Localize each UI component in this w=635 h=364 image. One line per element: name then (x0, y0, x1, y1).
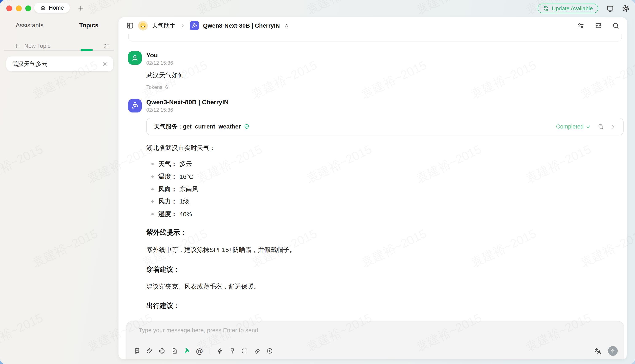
assistant-message-name: Qwen3-Next-80B | CherryIN (146, 98, 228, 106)
weather-value: 多云 (179, 160, 192, 168)
weather-item: 风向： 东南风 (151, 185, 198, 194)
chat-panel: 天气助手 Qwen3-Next-80B | CherryIN (119, 17, 627, 359)
sidebar: Assistants Topics New Topic 武汉天气多云 (0, 17, 119, 364)
history-clock-icon[interactable] (266, 348, 273, 354)
quick-phrases-lightning-icon[interactable] (216, 348, 223, 354)
input-toolbar: @ (134, 346, 618, 356)
sidebar-tabs: Assistants Topics (0, 17, 119, 34)
web-search-globe-icon[interactable] (159, 348, 165, 354)
message-input-placeholder: Type your message here, press Enter to s… (139, 327, 258, 334)
shield-verified-icon (244, 124, 250, 130)
weather-label: 温度： (158, 172, 177, 181)
update-available-label: Update Available (552, 5, 593, 12)
weather-value: 40% (179, 211, 192, 218)
copy-icon[interactable] (597, 124, 604, 130)
breadcrumb-assistant-name[interactable]: 天气助手 (152, 22, 175, 30)
titlebar: Home Update Available (0, 0, 635, 17)
tool-call-title: 天气服务 : get_current_weather (154, 122, 241, 130)
weather-item: 湿度： 40% (151, 210, 192, 218)
section-body: 紫外线中等，建议涂抹SPF15+防晒霜，并佩戴帽子。 (146, 246, 296, 254)
bullet-icon (151, 200, 154, 203)
new-topic-button[interactable]: New Topic (14, 41, 110, 50)
model-select-chevrons-icon[interactable] (284, 23, 289, 28)
weather-item: 风力： 1级 (151, 197, 189, 206)
chat-header-actions (577, 22, 619, 30)
topic-close-icon[interactable] (102, 61, 108, 67)
chat-header: 天气助手 Qwen3-Next-80B | CherryIN (119, 17, 627, 34)
settings-gear-icon[interactable] (622, 5, 629, 12)
section-heading: 出行建议： (146, 301, 180, 310)
weather-item: 天气： 多云 (151, 160, 192, 168)
bullet-icon (151, 188, 154, 190)
home-icon (40, 5, 46, 11)
toolbar-divider (210, 348, 210, 354)
message-input-box[interactable]: Type your message here, press Enter to s… (126, 321, 624, 359)
bullet-icon (151, 176, 154, 178)
previous-message-card-partial (128, 34, 622, 42)
home-tab-label: Home (49, 5, 64, 11)
weather-label: 湿度： (158, 210, 177, 218)
collapse-sidebar-icon[interactable] (126, 22, 134, 30)
user-message-tokens: Tokens: 6 (146, 84, 168, 90)
topic-sort-icon[interactable] (103, 42, 110, 49)
new-context-icon[interactable] (134, 348, 140, 354)
search-icon[interactable] (612, 22, 619, 30)
titlebar-right: Update Available (538, 0, 629, 17)
paintbrush-icon[interactable] (229, 348, 236, 354)
weather-value: 1级 (179, 197, 189, 206)
refresh-icon (543, 6, 549, 12)
tool-call-card[interactable]: 天气服务 : get_current_weather Completed (146, 118, 623, 135)
bullet-icon (151, 213, 154, 215)
knowledge-base-icon[interactable] (171, 348, 178, 354)
attachment-icon[interactable] (146, 348, 153, 354)
new-topic-label: New Topic (24, 43, 50, 49)
section-heading: 紫外线提示： (146, 228, 187, 237)
tab-assistants[interactable]: Assistants (0, 17, 59, 34)
assistant-avatar[interactable] (128, 99, 142, 112)
translate-icon[interactable] (594, 347, 602, 355)
tool-call-actions: Completed (556, 124, 616, 130)
assistant-emoji-avatar[interactable] (138, 21, 148, 30)
new-tab-button[interactable] (77, 5, 84, 12)
user-message-text: 武汉天气如何 (146, 71, 184, 80)
section-heading: 穿着建议： (146, 265, 180, 274)
tool-call-status-label: Completed (556, 124, 583, 130)
weather-item: 温度： 16°C (151, 172, 194, 181)
weather-value: 东南风 (179, 185, 198, 194)
tool-call-status: Completed (556, 124, 591, 130)
model-settings-sliders-icon[interactable] (577, 22, 585, 30)
weather-label: 天气： (158, 160, 177, 168)
mcp-tools-hammer-icon[interactable] (183, 348, 190, 354)
mini-window-icon[interactable] (606, 5, 614, 12)
cherry-studio-window: Home Update Available (0, 0, 635, 364)
send-button[interactable] (608, 346, 618, 356)
weather-label: 风力： (158, 197, 177, 206)
fullscreen-icon[interactable] (241, 348, 248, 354)
update-available-button[interactable]: Update Available (538, 4, 598, 13)
topic-item-title: 武汉天气多云 (12, 60, 48, 68)
user-avatar[interactable] (128, 51, 142, 65)
expand-width-icon[interactable] (594, 22, 602, 30)
tab-topics[interactable]: Topics (59, 17, 119, 34)
breadcrumb-chevron-icon (180, 23, 185, 28)
maximize-window-button[interactable] (25, 6, 31, 12)
minimize-window-button[interactable] (16, 6, 22, 12)
app-window: Home Update Available (0, 0, 635, 364)
user-message-name: You (146, 52, 158, 59)
expand-tool-chevron-icon[interactable] (610, 124, 616, 130)
mention-icon[interactable]: @ (196, 347, 203, 354)
user-message-time: 02/12 15:36 (146, 60, 173, 66)
model-selector[interactable]: Qwen3-Next-80B | CherryIN (203, 22, 280, 29)
assistant-message-time: 02/12 15:36 (146, 107, 173, 113)
weather-label: 风向： (158, 185, 177, 194)
model-logo-qwen (190, 21, 199, 30)
tab-home[interactable]: Home (34, 3, 70, 13)
clear-context-eraser-icon[interactable] (254, 348, 260, 354)
topic-item[interactable]: 武汉天气多云 (6, 56, 113, 72)
input-toolbar-right (594, 346, 618, 356)
weather-value: 16°C (179, 173, 194, 180)
section-body: 建议穿夹克、风衣或薄毛衣，舒适保暖。 (146, 282, 260, 291)
close-window-button[interactable] (6, 6, 12, 12)
watermark-text: 袁建裕~2015 (632, 141, 635, 187)
traffic-lights (6, 6, 31, 12)
